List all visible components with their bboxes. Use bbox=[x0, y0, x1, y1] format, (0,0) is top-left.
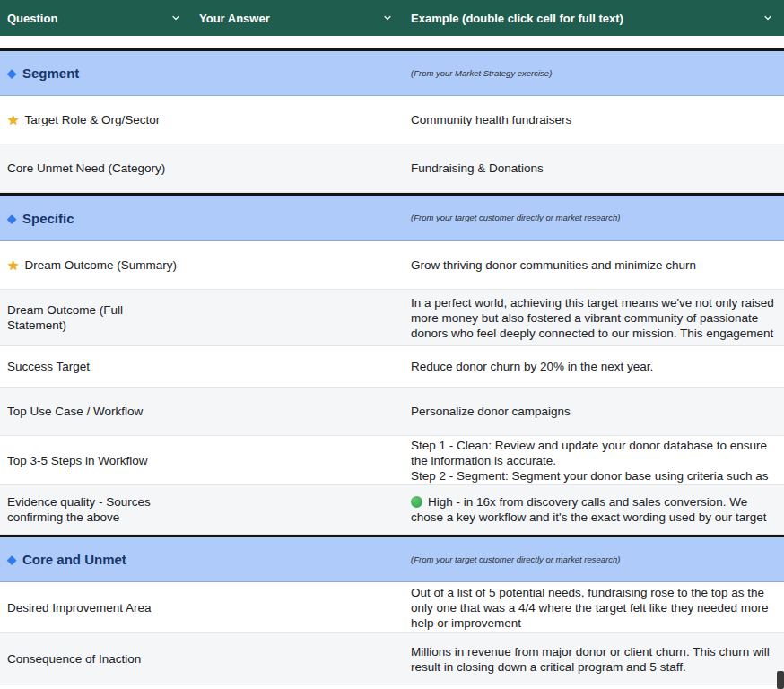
table-row[interactable]: Desired Improvement AreaOut of a list of… bbox=[0, 582, 784, 633]
chevron-down-icon[interactable] bbox=[762, 13, 773, 23]
question-cell[interactable]: Evidence quality - Sources confirming th… bbox=[0, 485, 192, 534]
example-note: (From your target customer directly or m… bbox=[411, 213, 620, 222]
table-row[interactable]: Success TargetReduce donor churn by 20% … bbox=[0, 346, 784, 388]
question-cell[interactable]: ◆Specific bbox=[0, 196, 192, 240]
question-cell[interactable]: Core Unmet Need (Category) bbox=[0, 144, 192, 192]
answer-cell[interactable] bbox=[192, 144, 404, 192]
question-cell[interactable]: Consequence of Inaction bbox=[0, 633, 192, 685]
answer-cell[interactable] bbox=[192, 241, 404, 289]
column-header-your-answer[interactable]: Your Answer bbox=[192, 0, 404, 36]
answer-cell[interactable] bbox=[192, 485, 404, 534]
answer-cell[interactable] bbox=[192, 346, 404, 387]
question-text: Core Unmet Need (Category) bbox=[7, 161, 165, 175]
example-cell[interactable]: Step 1 - Clean: Review and update your d… bbox=[404, 436, 784, 484]
table-row[interactable]: ★Dream Outcome (Summary)Grow thriving do… bbox=[0, 241, 784, 290]
question-text: Dream Outcome (Full Statement) bbox=[7, 303, 123, 332]
example-cell[interactable]: (From your target customer directly or m… bbox=[404, 196, 784, 240]
answer-cell[interactable] bbox=[192, 537, 404, 581]
green-circle-icon bbox=[411, 496, 422, 508]
example-cell[interactable]: Community health fundraisers bbox=[404, 96, 784, 144]
section-title: Specific bbox=[22, 211, 74, 226]
question-cell[interactable]: Dream Outcome (Full Statement) bbox=[0, 290, 192, 345]
question-text: Top 3-5 Steps in Workflow bbox=[7, 454, 148, 467]
section-row[interactable]: ◆Specific(From your target customer dire… bbox=[0, 193, 784, 241]
star-icon: ★ bbox=[7, 257, 19, 273]
table-row[interactable]: Top 3-5 Steps in WorkflowStep 1 - Clean:… bbox=[0, 436, 784, 485]
example-text: Personalize donor campaigns bbox=[411, 405, 571, 418]
example-text: In a perfect world, achieving this targe… bbox=[411, 296, 774, 340]
blue-diamond-icon: ◆ bbox=[7, 552, 16, 567]
section-row[interactable]: ◆Core and Unmet(From your target custome… bbox=[0, 535, 784, 582]
example-text: Out of a list of 5 potential needs, fund… bbox=[411, 586, 769, 630]
answer-cell[interactable] bbox=[192, 96, 404, 144]
table-row[interactable]: ★Target Role & Org/SectorCommunity healt… bbox=[0, 96, 784, 144]
example-note: (From your target customer directly or m… bbox=[411, 554, 620, 564]
answer-cell[interactable] bbox=[192, 196, 404, 240]
question-cell[interactable]: Top Use Case / Workflow bbox=[0, 388, 192, 435]
question-text: Target Role & Org/Sector bbox=[24, 113, 160, 126]
example-cell[interactable]: Grow thriving donor communities and mini… bbox=[404, 241, 784, 289]
example-cell[interactable]: Fundraising & Donations bbox=[404, 144, 784, 192]
header-spacer bbox=[0, 36, 784, 48]
example-text: Community health fundraisers bbox=[411, 113, 571, 126]
example-cell[interactable]: (From your target customer directly or m… bbox=[404, 537, 784, 581]
question-cell[interactable]: ★Target Role & Org/Sector bbox=[0, 96, 192, 144]
section-row[interactable]: ◆Segment(From your Market Strategy exerc… bbox=[0, 48, 784, 96]
question-cell[interactable]: ◆Segment bbox=[0, 51, 192, 95]
example-cell[interactable]: In a perfect world, achieving this targe… bbox=[404, 290, 784, 345]
question-cell[interactable]: Success Target bbox=[0, 346, 192, 387]
example-cell[interactable]: High - in 16x from discovery calls and s… bbox=[404, 485, 784, 534]
example-cell[interactable]: (From your Market Strategy exercise) bbox=[404, 51, 784, 95]
example-cell[interactable]: Personalize donor campaigns bbox=[404, 388, 784, 435]
example-text: High - in 16x from discovery calls and s… bbox=[411, 495, 767, 524]
example-text: Step 1 - Clean: Review and update your d… bbox=[411, 439, 768, 483]
chevron-down-icon[interactable] bbox=[170, 13, 181, 23]
table-row[interactable]: Core Unmet Need (Category)Fundraising & … bbox=[0, 144, 784, 193]
star-icon: ★ bbox=[7, 112, 19, 127]
question-cell[interactable]: Desired Improvement Area bbox=[0, 582, 192, 632]
example-text: Fundraising & Donations bbox=[411, 161, 544, 175]
question-cell[interactable]: ★Dream Outcome (Summary) bbox=[0, 241, 192, 289]
blue-diamond-icon: ◆ bbox=[7, 65, 16, 81]
answer-cell[interactable] bbox=[192, 633, 404, 685]
question-text: Desired Improvement Area bbox=[7, 601, 152, 615]
question-cell[interactable]: ◆Core and Unmet bbox=[0, 537, 192, 581]
chevron-down-icon[interactable] bbox=[382, 13, 393, 23]
answer-cell[interactable] bbox=[192, 388, 404, 435]
example-cell[interactable]: Millions in revenue from major donor or … bbox=[404, 633, 784, 685]
column-label-example: Example (double click cell for full text… bbox=[411, 12, 623, 25]
section-title: Core and Unmet bbox=[22, 552, 126, 567]
scrollbar-thumb[interactable] bbox=[777, 671, 784, 689]
example-note: (From your Market Strategy exercise) bbox=[411, 68, 552, 78]
question-text: Dream Outcome (Summary) bbox=[24, 258, 177, 272]
column-header-question[interactable]: Question bbox=[0, 0, 192, 36]
example-cell[interactable]: Out of a list of 5 potential needs, fund… bbox=[404, 582, 784, 632]
question-text: Consequence of Inaction bbox=[7, 652, 141, 666]
answer-cell[interactable] bbox=[192, 51, 404, 95]
example-text: Reduce donor churn by 20% in the next ye… bbox=[411, 360, 653, 373]
question-text: Top Use Case / Workflow bbox=[7, 405, 143, 418]
example-cell[interactable]: Reduce donor churn by 20% in the next ye… bbox=[404, 346, 784, 387]
table-row[interactable]: Consequence of InactionMillions in reven… bbox=[0, 633, 784, 685]
blue-diamond-icon: ◆ bbox=[7, 211, 16, 226]
table-row[interactable]: Evidence quality - Sources confirming th… bbox=[0, 485, 784, 535]
question-text: Success Target bbox=[7, 360, 90, 373]
answer-cell[interactable] bbox=[192, 290, 404, 345]
example-text: Millions in revenue from major donor or … bbox=[411, 645, 770, 674]
question-text: Evidence quality - Sources confirming th… bbox=[7, 495, 151, 524]
question-cell[interactable]: Top 3-5 Steps in Workflow bbox=[0, 436, 192, 484]
section-title: Segment bbox=[22, 65, 79, 81]
table-body: ◆Segment(From your Market Strategy exerc… bbox=[0, 48, 784, 685]
column-label-your-answer: Your Answer bbox=[199, 12, 270, 25]
table-header: Question Your Answer Example (double cli… bbox=[0, 0, 784, 36]
table-row[interactable]: Dream Outcome (Full Statement)In a perfe… bbox=[0, 290, 784, 346]
column-label-question: Question bbox=[7, 12, 57, 25]
table-view: Question Your Answer Example (double cli… bbox=[0, 0, 784, 689]
column-header-example[interactable]: Example (double click cell for full text… bbox=[404, 0, 784, 36]
answer-cell[interactable] bbox=[192, 436, 404, 484]
answer-cell[interactable] bbox=[192, 582, 404, 632]
table-row[interactable]: Top Use Case / WorkflowPersonalize donor… bbox=[0, 388, 784, 436]
example-text: Grow thriving donor communities and mini… bbox=[411, 258, 696, 272]
